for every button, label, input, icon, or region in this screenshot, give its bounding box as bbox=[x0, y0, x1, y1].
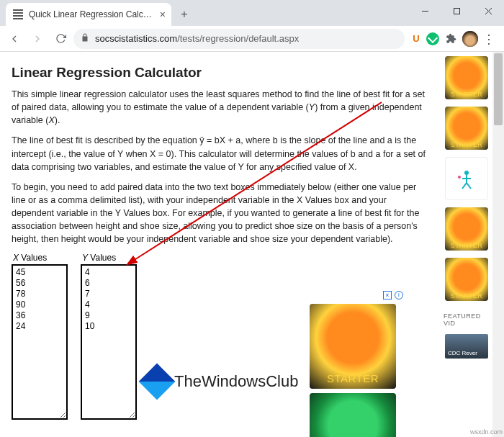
address-bar[interactable]: socscistatistics.com/tests/regression/de… bbox=[73, 29, 405, 49]
url-text: socscistatistics.com/tests/regression/de… bbox=[95, 33, 299, 44]
inline-ad-block: × i bbox=[310, 294, 403, 437]
scrollbar-thumb[interactable] bbox=[494, 53, 503, 125]
watermark: TheWindowsClub bbox=[144, 369, 298, 395]
extension-grammarly-icon[interactable] bbox=[426, 32, 439, 45]
window-minimize-button[interactable] bbox=[409, 0, 441, 22]
svg-point-10 bbox=[458, 176, 461, 179]
tab-close-icon[interactable]: × bbox=[160, 9, 166, 20]
window-controls bbox=[409, 0, 504, 22]
page-content: Linear Regression Calculator This simple… bbox=[0, 52, 441, 437]
sidebar-thumb-starter-3[interactable] bbox=[445, 207, 488, 251]
nav-reload-button[interactable] bbox=[50, 29, 71, 49]
ad-close-icon[interactable]: × bbox=[383, 291, 392, 299]
extensions-area: U ⋯ bbox=[408, 29, 500, 49]
window-close-button[interactable] bbox=[472, 0, 504, 22]
extensions-button[interactable] bbox=[441, 29, 461, 49]
lock-icon bbox=[81, 33, 89, 44]
ad-info-icon[interactable]: i bbox=[395, 291, 403, 299]
source-watermark: wsxdn.com bbox=[470, 428, 503, 436]
y-values-input[interactable] bbox=[81, 264, 137, 420]
svg-line-8 bbox=[467, 183, 471, 189]
extension-u-icon[interactable]: U bbox=[408, 33, 425, 44]
svg-point-5 bbox=[464, 171, 469, 175]
sidebar-thumb-starter-4[interactable] bbox=[445, 258, 488, 301]
profile-avatar[interactable] bbox=[462, 31, 478, 47]
intro-paragraph-3: To begin, you need to add paired data in… bbox=[12, 181, 429, 246]
tab-title: Quick Linear Regression Calculat bbox=[29, 9, 154, 19]
watermark-text: TheWindowsClub bbox=[174, 372, 298, 391]
featured-video-thumb[interactable]: CDC Rever bbox=[445, 334, 488, 359]
tab-favicon bbox=[13, 9, 23, 19]
nav-back-button[interactable] bbox=[4, 29, 24, 49]
browser-menu-button[interactable]: ⋯ bbox=[480, 29, 500, 49]
browser-tab[interactable]: Quick Linear Regression Calculat × bbox=[6, 3, 171, 26]
featured-label: FEATURED VID bbox=[444, 312, 492, 327]
intro-paragraph-1: This simple linear regression calculator… bbox=[12, 88, 429, 127]
sidebar-thumb-starter-2[interactable] bbox=[445, 107, 488, 150]
x-values-label: X Values bbox=[13, 253, 68, 263]
ad-image-creator[interactable] bbox=[310, 393, 396, 437]
intro-paragraph-2: The line of best fit is described by the… bbox=[12, 134, 429, 173]
page-title: Linear Regression Calculator bbox=[12, 65, 429, 81]
right-sidebar: FEATURED VID CDC Rever bbox=[441, 52, 492, 437]
window-maximize-button[interactable] bbox=[441, 0, 472, 22]
browser-toolbar: socscistatistics.com/tests/regression/de… bbox=[0, 26, 504, 52]
svg-line-7 bbox=[462, 183, 467, 189]
vertical-scrollbar[interactable] bbox=[492, 52, 504, 437]
y-values-label: Y Values bbox=[82, 253, 137, 263]
featured-video-caption: CDC Rever bbox=[448, 350, 477, 356]
sidebar-thumb-share[interactable] bbox=[445, 157, 488, 200]
watermark-logo-icon bbox=[139, 364, 176, 400]
ad-image-starter[interactable] bbox=[310, 304, 396, 389]
svg-rect-1 bbox=[454, 8, 459, 14]
viewport: Linear Regression Calculator This simple… bbox=[0, 52, 504, 437]
browser-titlebar: Quick Linear Regression Calculat × + bbox=[0, 0, 504, 26]
x-values-input[interactable] bbox=[12, 264, 68, 420]
x-values-column: X Values bbox=[12, 253, 68, 420]
y-values-column: Y Values bbox=[81, 253, 137, 420]
nav-forward-button[interactable] bbox=[27, 29, 48, 49]
new-tab-button[interactable]: + bbox=[174, 4, 194, 24]
sidebar-thumb-starter-1[interactable] bbox=[445, 56, 488, 99]
